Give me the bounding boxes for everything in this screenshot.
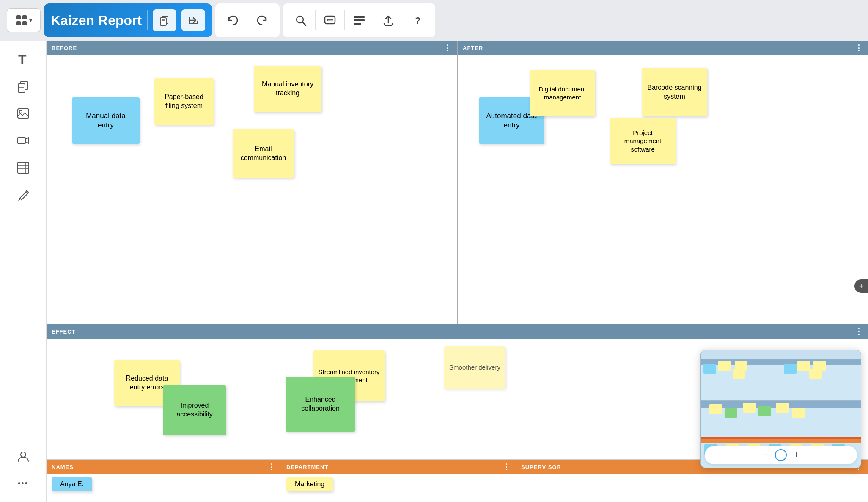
names-value-sticky[interactable]: Anya E.	[52, 477, 92, 491]
minimap-overlay: ⌄	[700, 350, 861, 468]
svg-rect-16	[354, 19, 365, 21]
title-divider	[147, 10, 148, 30]
title-block: Kaizen Report	[44, 3, 212, 37]
svg-text:T: T	[18, 52, 27, 67]
mm-e2	[725, 408, 737, 418]
before-label: BEFORE	[52, 45, 77, 51]
minimap-row-2	[701, 401, 861, 439]
names-header: NAMES ⋮	[47, 460, 281, 474]
before-after-row: BEFORE ⋮ Manual data entry Paper-based f…	[47, 41, 868, 324]
svg-text:?: ?	[415, 15, 420, 26]
sticky-manual-inventory[interactable]: Manual inventory tracking	[254, 66, 321, 112]
mm-e3	[743, 403, 756, 413]
svg-rect-3	[22, 21, 27, 25]
mm-s2	[718, 361, 731, 371]
svg-rect-21	[18, 84, 25, 92]
sidebar-table-tool[interactable]	[10, 156, 37, 179]
layout-button[interactable]	[348, 9, 370, 31]
after-content[interactable]: Automated data entry Digital document ma…	[458, 55, 868, 324]
minimap-effect-col	[701, 401, 861, 437]
sticky-smoother-delivery[interactable]: Smoother delivery	[444, 346, 505, 389]
sidebar-pen-tool[interactable]	[10, 183, 37, 207]
sidebar-image-tool[interactable]	[10, 102, 37, 125]
before-header: BEFORE ⋮	[47, 41, 457, 55]
sticky-manual-data-entry[interactable]: Manual data entry	[72, 97, 140, 144]
after-section: AFTER ⋮ Automated data entry Digital doc…	[458, 41, 868, 324]
sticky-digital-document[interactable]: Digital document management	[530, 70, 595, 116]
sidebar-video-tool[interactable]	[10, 129, 37, 152]
sidebar-user-tool[interactable]	[10, 444, 37, 468]
svg-rect-1	[22, 15, 27, 19]
names-content: Anya E.	[47, 474, 281, 495]
sticky-improved-accessibility[interactable]: Improved accessibility	[163, 385, 226, 435]
minimap-row-1	[701, 359, 861, 401]
dept-label: DEPARTMENT	[286, 464, 328, 470]
zoom-minus-button[interactable]: −	[763, 450, 768, 461]
dept-menu-dots[interactable]: ⋮	[503, 462, 511, 472]
redo-button[interactable]	[251, 9, 273, 31]
sticky-project-mgmt[interactable]: Project management software	[610, 118, 676, 164]
svg-rect-24	[18, 109, 29, 118]
before-menu-dots[interactable]: ⋮	[444, 43, 452, 52]
names-menu-dots[interactable]: ⋮	[268, 462, 276, 472]
zoom-controls: − +	[705, 446, 857, 464]
sticky-barcode-scanning[interactable]: Barcode scanning system	[642, 68, 707, 116]
zoom-plus-button[interactable]: +	[794, 450, 799, 461]
svg-point-13	[329, 19, 331, 21]
mm-e1	[709, 404, 722, 414]
mm-s5	[784, 364, 797, 374]
copy-button[interactable]	[153, 9, 176, 31]
sticky-email-comm[interactable]: Email communication	[233, 129, 294, 178]
mm-e6	[792, 408, 805, 418]
svg-rect-15	[354, 16, 365, 18]
svg-line-10	[302, 22, 306, 25]
svg-point-12	[327, 19, 329, 21]
svg-point-32	[21, 452, 26, 457]
svg-point-25	[19, 110, 22, 113]
history-toolbar	[215, 3, 280, 37]
after-header: AFTER ⋮	[458, 41, 868, 55]
comment-button[interactable]	[319, 9, 341, 31]
mm-s4	[733, 369, 745, 379]
main-layout: T	[0, 41, 868, 502]
mm-s8	[809, 369, 822, 379]
right-edge-plus-button[interactable]: +	[854, 279, 868, 293]
dept-header: DEPARTMENT ⋮	[281, 460, 516, 474]
effect-menu-dots[interactable]: ⋮	[855, 327, 863, 336]
mm-s6	[797, 361, 810, 371]
sup-content	[516, 474, 868, 481]
svg-rect-26	[18, 137, 25, 144]
mm-e5	[776, 403, 789, 413]
before-section: BEFORE ⋮ Manual data entry Paper-based f…	[47, 41, 458, 324]
sidebar-copy-tool[interactable]	[10, 74, 37, 98]
mm-e4	[758, 406, 771, 416]
minimap-after-col	[781, 359, 861, 400]
app-grid-button[interactable]: ▾	[7, 8, 41, 32]
svg-rect-2	[16, 21, 21, 25]
zoom-slider-circle[interactable]	[775, 449, 787, 461]
top-bar: ▾ Kaizen Report	[0, 0, 868, 41]
upload-button[interactable]	[377, 9, 399, 31]
help-button[interactable]: ?	[407, 9, 429, 31]
actions-toolbar: ?	[283, 3, 435, 37]
canvas-area: BEFORE ⋮ Manual data entry Paper-based f…	[47, 41, 868, 502]
department-col: DEPARTMENT ⋮ Marketing	[281, 460, 516, 502]
dept-value-sticky[interactable]: Marketing	[286, 477, 333, 491]
mm-s1	[703, 364, 716, 374]
sticky-enhanced-collab[interactable]: Enhanced collaboration	[286, 377, 355, 432]
svg-rect-27	[18, 162, 29, 173]
names-col: NAMES ⋮ Anya E.	[47, 460, 281, 502]
before-content[interactable]: Manual data entry Paper-based filing sys…	[47, 55, 457, 324]
sidebar-text-tool[interactable]: T	[10, 47, 37, 71]
sticky-paper-filing[interactable]: Paper-based filing system	[154, 78, 214, 125]
share-button[interactable]	[181, 9, 205, 31]
svg-rect-17	[354, 23, 361, 25]
sidebar-more-tool[interactable]: •••	[10, 472, 37, 495]
svg-rect-5	[160, 18, 166, 25]
dept-content: Marketing	[281, 474, 516, 495]
effect-header: EFFECT ⋮	[47, 324, 868, 339]
undo-button[interactable]	[222, 9, 244, 31]
after-menu-dots[interactable]: ⋮	[855, 43, 863, 52]
page-title: Kaizen Report	[51, 13, 142, 28]
search-button[interactable]	[290, 9, 312, 31]
